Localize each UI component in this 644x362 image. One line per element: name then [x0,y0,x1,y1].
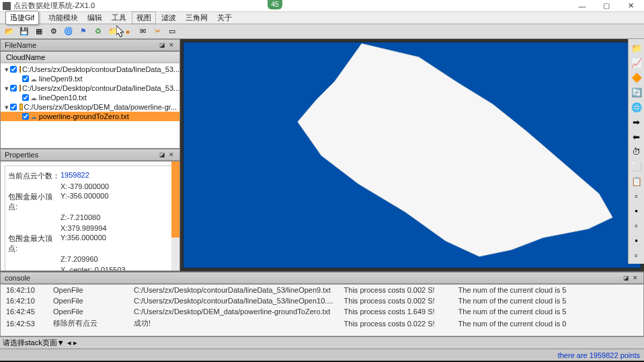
folder-icon [19,104,23,110]
tool-save-icon[interactable]: 💾 [17,26,31,38]
filename-panel-header: FileName ◪ ✕ [0,39,180,51]
tree-file-row[interactable]: ☁ lineOpen9.txt [1,74,179,83]
tree-checkbox[interactable] [10,66,17,73]
prop-label: 包围盒最大顶点: [8,233,61,254]
console-panel: console ◪ ✕ 16:42:10OpenFileC:/Users/zx/… [0,271,644,336]
stack-selector[interactable]: 请选择stack页面▼ [3,338,65,348]
cloud-icon: ☁ [30,113,37,120]
menu-tools[interactable]: 工具 [108,12,130,24]
expand-icon[interactable]: ▾ [5,65,9,74]
console-row: 16:42:10OpenFileC:/Users/zx/Desktop/cont… [1,285,643,295]
right-tool-2[interactable]: 🔶 [631,71,643,83]
menu-triangle[interactable]: 三角网 [182,12,212,24]
prop-value: X:379.989994 [61,224,107,232]
prop-value: Y:356.000000 [61,233,106,254]
property-row: X:379.989994 [8,223,172,233]
panel-float-icon[interactable]: ◪ [158,151,166,159]
property-row: X_center:-0.015503 [8,265,172,270]
menu-edit[interactable]: 编辑 [83,12,106,24]
tree-checkbox[interactable] [10,85,17,92]
tool-grid-icon[interactable]: ▦ [32,26,46,38]
properties-scrollbar[interactable] [171,161,179,270]
tool-mail-icon[interactable]: ✉ [136,26,149,38]
properties-label: Properties [5,151,38,159]
right-tool-7[interactable]: ⏱ [631,145,643,157]
right-tool-12[interactable]: ▫ [631,219,643,231]
tree-label: powerline-groundToZero.txt [39,112,129,120]
tree-folder-row[interactable]: ▾C:/Users/zx/Desktop/contourData/lineDat… [1,83,179,93]
cloudname-tab[interactable]: CloudName [1,52,179,63]
tree-checkbox[interactable] [22,113,29,120]
panel-close-icon[interactable]: ✕ [167,151,175,159]
right-tool-0[interactable]: 📁 [631,42,643,54]
folder-icon [19,85,21,92]
right-tool-1[interactable]: 📈 [631,57,643,69]
tool-refresh-icon[interactable]: ♻ [91,26,105,38]
svg-marker-0 [298,44,612,256]
tool-sphere-icon[interactable]: ● [121,26,134,38]
tree-label: lineOpen9.txt [39,75,83,83]
menu-filter[interactable]: 滤波 [157,12,180,24]
menu-about[interactable]: 关于 [213,12,236,24]
menu-view[interactable]: 视图 [132,11,156,24]
console-body[interactable]: 16:42:10OpenFileC:/Users/zx/Desktop/cont… [0,284,644,336]
tree-folder-row[interactable]: ▾C:/Users/zx/Desktop/DEM_data/powerline-… [1,102,179,112]
status-text: there are 1959822 points [558,351,640,359]
panel-close-icon[interactable]: ✕ [167,41,175,49]
minimize-button[interactable]: — [574,1,590,11]
console-label: console [5,274,30,282]
property-row: 当前点云个数：1959822 [8,170,172,182]
right-tool-4[interactable]: 🌐 [631,101,643,113]
file-tree[interactable]: ▾C:/Users/zx/Desktop/contourData/lineDat… [1,63,179,148]
expand-icon[interactable]: ▾ [5,103,9,112]
panel-close-icon[interactable]: ✕ [631,274,639,282]
panel-float-icon[interactable]: ◪ [622,274,630,282]
main-toolbar: 📂 💾 ▦ ⚙ 🌀 ⚑ ♻ 📁 ● ✉ ✂ ▭ [0,24,644,39]
tool-folder2-icon[interactable]: 📁 [106,26,120,38]
tree-checkbox[interactable] [10,104,17,110]
tool-flag-icon[interactable]: ⚑ [77,26,90,38]
tool-settings-icon[interactable]: ⚙ [47,26,61,38]
console-row: 16:42:53移除所有点云成功!This process costs 0.02… [1,317,643,330]
right-tool-6[interactable]: ⬅ [631,131,643,143]
tree-file-row[interactable]: ☁ lineOpen10.txt [1,93,179,102]
right-tool-8[interactable]: ⬜ [631,160,643,172]
right-tool-5[interactable]: ➡ [631,116,643,128]
panel-float-icon[interactable]: ◪ [158,41,166,49]
canvas-3d[interactable] [183,42,641,268]
prop-label [8,224,61,232]
right-tool-11[interactable]: ▪ [631,205,643,217]
right-tool-14[interactable]: ▫ [631,249,643,261]
tool-spiral-icon[interactable]: 🌀 [62,26,75,38]
close-button[interactable]: ✕ [622,1,639,11]
cloud-icon: ☁ [30,94,37,102]
maximize-button[interactable]: ▢ [598,1,614,11]
tree-file-row[interactable]: ☁ powerline-groundToZero.txt [1,112,179,121]
menu-bar: 迅捷Gif 功能模块 编辑 工具 视图 滤波 三角网 关于 [0,12,644,24]
cloud-panel: CloudName ▾C:/Users/zx/Desktop/contourDa… [0,51,180,149]
right-tool-3[interactable]: 🔄 [631,86,643,98]
tree-folder-row[interactable]: ▾C:/Users/zx/Desktop/contourData/lineDat… [1,65,179,74]
prop-value: 1959822 [61,171,89,181]
tool-cut-icon[interactable]: ✂ [151,26,164,38]
tool-open-icon[interactable]: 📂 [3,26,16,38]
gif-recorder-overlay[interactable]: 迅捷Gif [5,11,39,25]
prop-label [8,182,61,190]
tree-label: C:/Users/zx/Desktop/DEM_data/powerline-g… [24,103,177,111]
prop-value: X_center:-0.015503 [61,266,126,270]
tree-checkbox[interactable] [22,94,29,101]
right-tool-10[interactable]: ▫ [631,190,643,202]
property-row: 包围盒最大顶点:Y:356.000000 [8,233,172,254]
console-row: 16:42:45OpenFileC:/Users/zx/Desktop/DEM_… [1,306,643,317]
expand-icon[interactable]: ▾ [5,84,9,93]
viewport-3d[interactable] [180,39,644,271]
bottom-tabs[interactable]: 请选择stack页面▼ ◂ ▸ [0,336,644,349]
tool-window-icon[interactable]: ▭ [165,26,179,38]
menu-functions[interactable]: 功能模块 [44,12,82,24]
right-tool-9[interactable]: 📋 [631,175,643,187]
property-row: 包围盒最小顶点:Y:-356.000000 [8,191,172,213]
right-toolbar: 📁📈🔶🔄🌐➡⬅⏱⬜📋▫▪▫▪▫ [628,39,644,264]
property-row: X:-379.000000 [8,182,172,191]
right-tool-13[interactable]: ▪ [631,234,643,246]
tree-checkbox[interactable] [22,75,29,82]
